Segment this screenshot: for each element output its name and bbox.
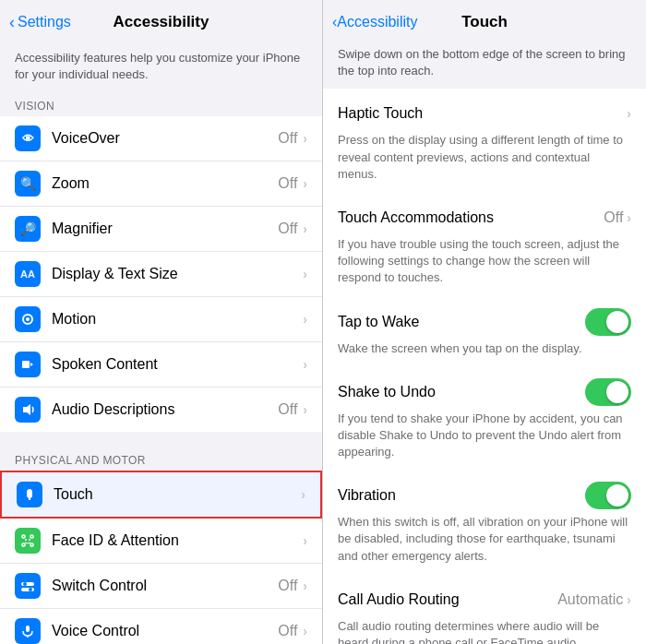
right-top-text: Swipe down on the bottom edge of the scr… <box>323 41 646 89</box>
voiceover-value: Off <box>278 130 297 147</box>
zoom-chevron-icon: › <box>303 176 307 191</box>
shake-undo-label: Shake to Undo <box>338 384 436 400</box>
back-to-settings-button[interactable]: ‹ Settings <box>9 13 71 32</box>
voiceover-icon: 👁 <box>15 125 41 151</box>
right-page-title: Touch <box>461 13 508 31</box>
haptic-touch-label: Haptic Touch <box>338 105 423 122</box>
call-audio-desc: Call audio routing determines where audi… <box>338 618 631 644</box>
voiceover-item[interactable]: 👁 VoiceOver Off › <box>0 116 322 161</box>
shake-undo-toggle-knob <box>606 381 628 403</box>
magnifier-value: Off <box>278 221 297 237</box>
svg-rect-3 <box>29 498 30 500</box>
display-text-icon: AA <box>15 261 41 287</box>
switch-control-label: Switch Control <box>52 578 278 594</box>
motion-item[interactable]: Motion › <box>0 297 322 342</box>
magnifier-icon: 🔎 <box>15 216 41 242</box>
tap-wake-group: Tap to Wake Wake the screen when you tap… <box>323 297 646 367</box>
svg-point-1 <box>26 317 30 321</box>
svg-point-12 <box>23 582 27 586</box>
touch-label: Touch <box>54 486 301 503</box>
switch-control-chevron-icon: › <box>303 578 307 593</box>
shake-undo-item: Shake to Undo If you tend to shake your … <box>323 367 646 471</box>
motion-label: Motion <box>52 311 303 328</box>
right-items-list: Haptic Touch › Press on the display usin… <box>323 89 646 644</box>
right-panel: ‹ Accessibility Touch Swipe down on the … <box>323 0 646 644</box>
haptic-touch-item[interactable]: Haptic Touch › Press on the display usin… <box>323 89 646 193</box>
faceid-chevron-icon: › <box>303 533 307 548</box>
switch-control-item[interactable]: Switch Control Off › <box>0 564 322 609</box>
touch-acc-desc: If you have trouble using the touch scre… <box>338 236 631 287</box>
svg-rect-4 <box>22 535 25 538</box>
voiceover-chevron-icon: › <box>303 131 307 146</box>
touch-chevron-icon: › <box>301 487 305 502</box>
svg-rect-6 <box>22 543 25 546</box>
vibration-item: Vibration When this switch is off, all v… <box>323 471 646 575</box>
vibration-desc: When this switch is off, all vibration o… <box>338 514 631 565</box>
voice-control-item[interactable]: Voice Control Off › <box>0 609 322 644</box>
audio-desc-value: Off <box>278 401 297 418</box>
motion-chevron-icon: › <box>303 312 307 327</box>
zoom-label: Zoom <box>52 175 278 192</box>
svg-rect-7 <box>30 543 33 546</box>
touch-acc-item[interactable]: Touch Accommodations Off › If you have t… <box>323 193 646 297</box>
zoom-value: Off <box>278 175 297 192</box>
vision-list: 👁 VoiceOver Off › 🔍 Zoom Off › 🔎 Magnifi… <box>0 116 322 432</box>
voice-control-label: Voice Control <box>52 623 278 639</box>
display-text-item[interactable]: AA Display & Text Size › <box>0 252 322 297</box>
vibration-toggle[interactable] <box>585 482 631 509</box>
left-description: Accessibility features help you customiz… <box>0 41 322 94</box>
right-back-label: Accessibility <box>337 14 417 30</box>
faceid-item[interactable]: Face ID & Attention › <box>0 519 322 564</box>
magnifier-chevron-icon: › <box>303 221 307 236</box>
shake-undo-group: Shake to Undo If you tend to shake your … <box>323 367 646 471</box>
touch-icon <box>17 482 42 507</box>
voice-control-value: Off <box>278 623 297 639</box>
spoken-content-icon <box>15 352 41 377</box>
vision-section-header: VISION <box>0 94 322 116</box>
audio-desc-icon <box>15 397 41 423</box>
tap-wake-desc: Wake the screen when you tap on the disp… <box>338 340 631 357</box>
tap-wake-toggle[interactable] <box>585 308 631 336</box>
audio-desc-label: Audio Descriptions <box>52 401 278 418</box>
back-chevron-icon: ‹ <box>9 13 15 32</box>
left-page-title: Accessibility <box>114 13 209 31</box>
call-audio-label: Call Audio Routing <box>338 591 460 608</box>
back-label: Settings <box>18 14 71 30</box>
svg-rect-2 <box>22 361 30 368</box>
spoken-content-label: Spoken Content <box>52 356 303 373</box>
tap-wake-toggle-knob <box>606 311 628 333</box>
haptic-touch-desc: Press on the display using a different l… <box>338 132 631 183</box>
touch-acc-value-text: Off <box>604 209 623 226</box>
voiceover-label: VoiceOver <box>52 130 278 147</box>
svg-point-8 <box>25 539 27 541</box>
left-nav-bar: ‹ Settings Accessibility <box>0 0 322 41</box>
svg-rect-5 <box>30 535 33 538</box>
spoken-content-item[interactable]: Spoken Content › <box>0 342 322 388</box>
haptic-touch-group: Haptic Touch › Press on the display usin… <box>323 89 646 193</box>
spoken-content-chevron-icon: › <box>303 357 307 372</box>
touch-acc-value: Off › <box>604 209 631 226</box>
touch-acc-group: Touch Accommodations Off › If you have t… <box>323 193 646 297</box>
tap-wake-item: Tap to Wake Wake the screen when you tap… <box>323 297 646 367</box>
shake-undo-toggle[interactable] <box>585 378 631 406</box>
magnifier-item[interactable]: 🔎 Magnifier Off › <box>0 207 322 252</box>
svg-rect-14 <box>26 626 30 632</box>
touch-item[interactable]: Touch › <box>0 471 322 519</box>
vibration-toggle-knob <box>606 484 628 507</box>
switch-control-icon <box>15 573 41 599</box>
motion-icon <box>15 306 41 332</box>
call-audio-item[interactable]: Call Audio Routing Automatic › Call audi… <box>323 575 646 644</box>
svg-point-9 <box>29 539 30 541</box>
switch-control-value: Off <box>278 578 297 594</box>
haptic-touch-chevron-icon: › <box>627 106 631 121</box>
call-audio-value: Automatic › <box>557 591 631 608</box>
magnifier-label: Magnifier <box>52 221 278 237</box>
audio-desc-item[interactable]: Audio Descriptions Off › <box>0 388 322 432</box>
zoom-item[interactable]: 🔍 Zoom Off › <box>0 161 322 207</box>
svg-point-13 <box>29 588 32 591</box>
call-audio-value-text: Automatic <box>557 591 623 608</box>
touch-acc-chevron-icon: › <box>627 210 631 225</box>
touch-acc-label: Touch Accommodations <box>338 209 494 226</box>
call-audio-chevron-icon: › <box>627 592 631 607</box>
back-to-accessibility-button[interactable]: ‹ Accessibility <box>332 14 417 30</box>
